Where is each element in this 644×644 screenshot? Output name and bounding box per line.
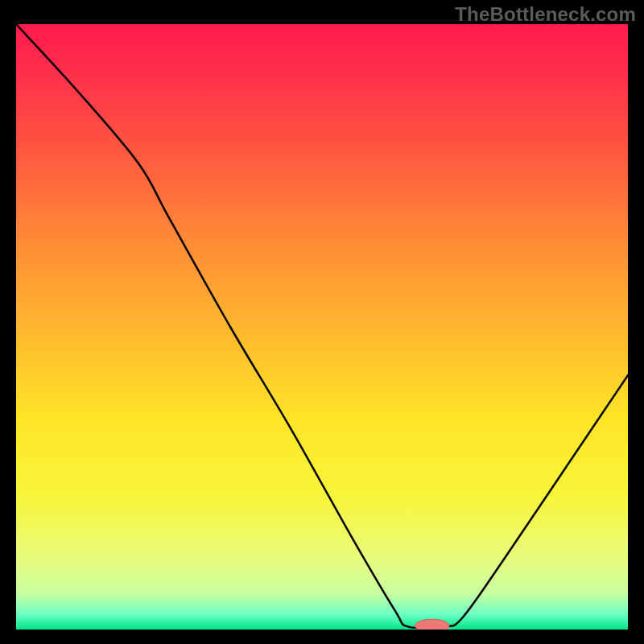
chart-frame: TheBottleneck.com (0, 0, 644, 644)
bottleneck-chart (16, 24, 628, 630)
gradient-background (16, 24, 628, 630)
plot-area (16, 24, 628, 630)
optimal-marker (415, 619, 450, 630)
watermark-text: TheBottleneck.com (455, 3, 636, 26)
